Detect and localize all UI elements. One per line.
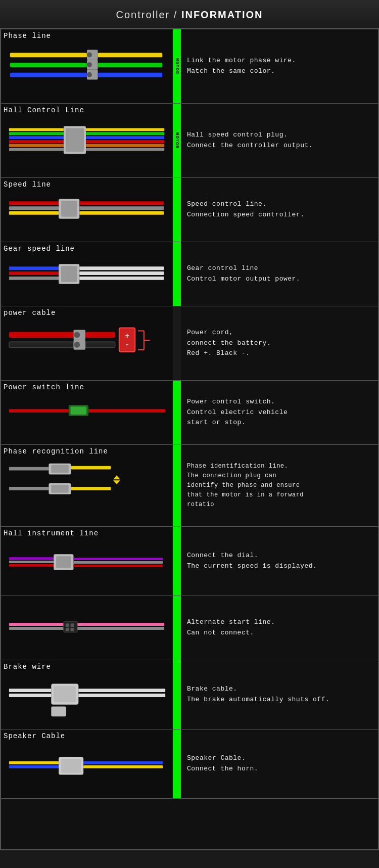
svg-rect-26 bbox=[86, 144, 164, 147]
row-hall-instrument: Hall instrument line Connect the dial. T… bbox=[1, 527, 378, 596]
speed-line-label: Speed line bbox=[4, 180, 51, 189]
svg-rect-50 bbox=[85, 332, 115, 338]
phase-recognition-label: Phase recognition line bbox=[4, 447, 108, 455]
svg-rect-33 bbox=[61, 201, 77, 216]
row-phase-line: Phase line bbox=[1, 29, 378, 104]
svg-rect-107 bbox=[9, 765, 59, 768]
svg-rect-111 bbox=[83, 765, 163, 768]
svg-rect-63 bbox=[9, 409, 69, 413]
row-phase-recognition: Phase recognition line Phase identifi bbox=[1, 445, 378, 527]
svg-rect-22 bbox=[86, 128, 164, 131]
power-switch-connector bbox=[173, 381, 181, 444]
svg-rect-86 bbox=[73, 565, 163, 567]
svg-rect-95 bbox=[77, 623, 164, 626]
svg-rect-110 bbox=[83, 761, 163, 764]
row-speed-line: Speed line Speed control line. Connectio… bbox=[1, 178, 378, 242]
hall-control-connector: MOTOR bbox=[173, 104, 181, 177]
svg-rect-85 bbox=[73, 561, 163, 564]
alternate-start-desc: Alternate start line. Can not connect. bbox=[181, 596, 378, 660]
svg-rect-91 bbox=[66, 623, 69, 627]
svg-rect-5 bbox=[10, 63, 87, 67]
gear-speed-label: Gear speed line bbox=[4, 245, 75, 253]
power-cable-connector bbox=[173, 306, 181, 380]
svg-point-7 bbox=[87, 62, 92, 67]
row-speaker-cable: Speaker Cable Speaker Cable. Connect the… bbox=[1, 729, 378, 799]
svg-rect-15 bbox=[9, 132, 64, 135]
svg-rect-18 bbox=[9, 144, 64, 147]
svg-rect-99 bbox=[9, 694, 51, 697]
speed-line-desc: Speed control line. Connection speed con… bbox=[181, 178, 378, 242]
brake-wire-desc: Brake cable. The brake automatically shu… bbox=[181, 660, 378, 729]
row-power-switch: Power switch line Power control switch. … bbox=[1, 381, 378, 445]
svg-rect-68 bbox=[9, 467, 49, 471]
svg-rect-94 bbox=[71, 628, 74, 631]
alternate-svg bbox=[5, 600, 169, 656]
row-gear-speed: Gear speed line Gear control line Contro… bbox=[1, 242, 378, 306]
svg-rect-65 bbox=[71, 406, 86, 415]
svg-rect-43 bbox=[79, 266, 164, 270]
gear-speed-desc: Gear control line Control motor output p… bbox=[181, 242, 378, 306]
svg-rect-39 bbox=[9, 271, 59, 275]
svg-rect-74 bbox=[51, 485, 68, 493]
power-switch-desc: Power control switch. Control electric v… bbox=[181, 381, 378, 444]
svg-rect-83 bbox=[56, 556, 71, 568]
svg-rect-14 bbox=[9, 128, 64, 131]
svg-point-49 bbox=[74, 332, 80, 338]
svg-rect-8 bbox=[98, 63, 163, 67]
svg-rect-84 bbox=[73, 558, 163, 560]
svg-rect-89 bbox=[9, 627, 64, 630]
svg-rect-102 bbox=[51, 707, 66, 717]
svg-rect-106 bbox=[9, 761, 59, 764]
recognition-svg bbox=[5, 449, 169, 522]
brake-svg bbox=[5, 664, 169, 725]
svg-rect-92 bbox=[71, 623, 74, 627]
svg-rect-71 bbox=[71, 466, 111, 470]
svg-rect-104 bbox=[78, 694, 165, 697]
power-svg: + - bbox=[5, 310, 169, 376]
svg-rect-17 bbox=[9, 140, 64, 143]
speaker-cable-desc: Speaker Cable. Connect the horn. bbox=[181, 729, 378, 798]
svg-rect-101 bbox=[54, 686, 76, 702]
svg-rect-38 bbox=[9, 266, 59, 270]
svg-rect-25 bbox=[86, 140, 164, 143]
svg-rect-1 bbox=[10, 53, 87, 57]
power-cable-desc: Power cord, connect the battery. Red +. … bbox=[181, 306, 378, 380]
gear-speed-connector bbox=[173, 242, 181, 306]
phase-recognition-connector bbox=[173, 445, 181, 526]
phase-line-label: Phase line bbox=[4, 32, 51, 40]
speaker-cable-label: Speaker Cable bbox=[4, 732, 65, 740]
svg-rect-16 bbox=[9, 136, 64, 139]
svg-rect-42 bbox=[61, 266, 77, 282]
phase-line-svg bbox=[5, 33, 169, 99]
speaker-svg bbox=[5, 734, 169, 794]
svg-rect-44 bbox=[79, 271, 164, 275]
hall-svg bbox=[5, 108, 169, 173]
svg-rect-31 bbox=[9, 211, 59, 215]
page-title: Controller / INFORMATION bbox=[116, 9, 263, 20]
row-empty bbox=[1, 799, 378, 849]
row-alternate-start: Alternate start line. Can not connect. bbox=[1, 596, 378, 660]
row-power-cable: power cable + - bbox=[1, 306, 378, 381]
svg-rect-4 bbox=[98, 53, 163, 57]
svg-point-11 bbox=[87, 72, 92, 77]
instrument-svg bbox=[5, 531, 169, 591]
svg-rect-88 bbox=[9, 623, 64, 626]
power-cable-label: power cable bbox=[4, 309, 56, 317]
svg-rect-96 bbox=[77, 627, 164, 630]
svg-rect-45 bbox=[79, 277, 164, 280]
svg-rect-109 bbox=[61, 759, 81, 772]
hall-control-label: Hall Control Line bbox=[4, 106, 84, 114]
svg-rect-70 bbox=[51, 465, 68, 473]
svg-rect-24 bbox=[86, 136, 164, 139]
svg-rect-19 bbox=[9, 148, 64, 151]
phase-line-desc: Link the motor phase wire. Match the sam… bbox=[181, 29, 378, 103]
speaker-cable-connector bbox=[173, 729, 181, 798]
svg-rect-66 bbox=[88, 409, 165, 413]
speed-svg bbox=[5, 182, 169, 238]
svg-text:-: - bbox=[125, 341, 129, 349]
svg-rect-93 bbox=[66, 628, 69, 631]
phase-recognition-desc: Phase identification line. The connectio… bbox=[181, 445, 378, 526]
row-brake-wire: Brake wire Brake cable. The brake automa… bbox=[1, 660, 378, 729]
row-hall-control: Hall Control Line bbox=[1, 104, 378, 178]
gear-svg bbox=[5, 246, 169, 302]
